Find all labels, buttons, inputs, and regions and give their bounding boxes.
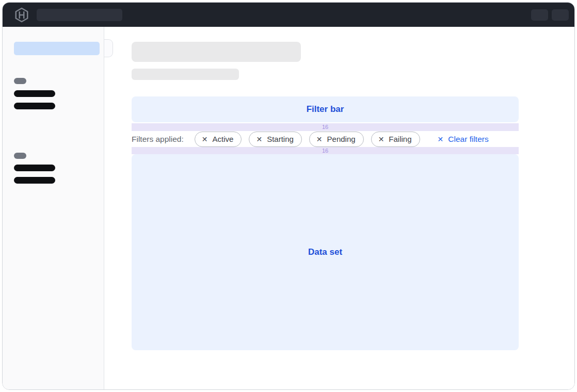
main-content: Filter bar 16 Filters applied: ✕ Active … [104,27,574,389]
spacing-value-below: 16 [322,148,328,154]
spacing-annotation-above: 16 [132,123,519,131]
sidebar [3,27,104,389]
sidebar-nav-item-placeholder-4[interactable] [14,177,55,184]
filter-chip-label: Starting [267,135,294,143]
sidebar-nav-item-placeholder-3[interactable] [14,165,55,171]
sidebar-collapse-handle[interactable] [104,39,113,57]
sidebar-section-label-placeholder-2 [14,153,26,159]
page-subtitle-placeholder [132,69,239,80]
page-title-placeholder [132,42,301,62]
filter-bar-region-label: Filter bar [307,104,344,115]
filter-chip-starting[interactable]: ✕ Starting [249,132,301,147]
dismiss-icon[interactable]: ✕ [378,136,384,143]
filter-chip-failing[interactable]: ✕ Failing [371,132,420,147]
filter-chip-label: Active [213,135,234,143]
topbar-actions [531,9,569,21]
spacing-annotation-below: 16 [132,147,519,154]
clear-filters-icon: ✕ [438,136,444,143]
filter-chip-label: Pending [327,135,356,143]
data-set-region-label: Data set [308,247,342,257]
sidebar-nav-item-placeholder-1[interactable] [14,90,55,97]
sidebar-active-nav-item[interactable] [14,42,100,55]
topbar [3,3,574,27]
dismiss-icon[interactable]: ✕ [202,136,208,143]
clear-filters-label: Clear filters [448,135,488,144]
clear-filters-button[interactable]: ✕ Clear filters [438,135,489,144]
topbar-action-button-1[interactable] [531,9,548,21]
filter-chip-label: Failing [389,135,411,143]
filter-chip-pending[interactable]: ✕ Pending [309,132,364,147]
data-set-region: Data set [132,154,519,350]
filters-applied-label: Filters applied: [132,135,184,144]
applied-filters-bar: Filters applied: ✕ Active ✕ Starting ✕ P… [132,131,519,147]
dismiss-icon[interactable]: ✕ [256,136,262,143]
sidebar-section-label-placeholder-1 [14,78,26,84]
topbar-action-button-2[interactable] [552,9,569,21]
filter-chips: ✕ Active ✕ Starting ✕ Pending ✕ Failing [195,132,420,147]
spacing-value-above: 16 [322,124,328,130]
app-window: Filter bar 16 Filters applied: ✕ Active … [2,2,575,390]
filter-chip-active[interactable]: ✕ Active [195,132,242,147]
sidebar-nav-item-placeholder-2[interactable] [14,103,55,109]
filter-bar-region: Filter bar [132,96,519,122]
search-input[interactable] [37,9,122,21]
hashicorp-logo-icon [13,6,30,24]
dismiss-icon[interactable]: ✕ [316,136,323,143]
